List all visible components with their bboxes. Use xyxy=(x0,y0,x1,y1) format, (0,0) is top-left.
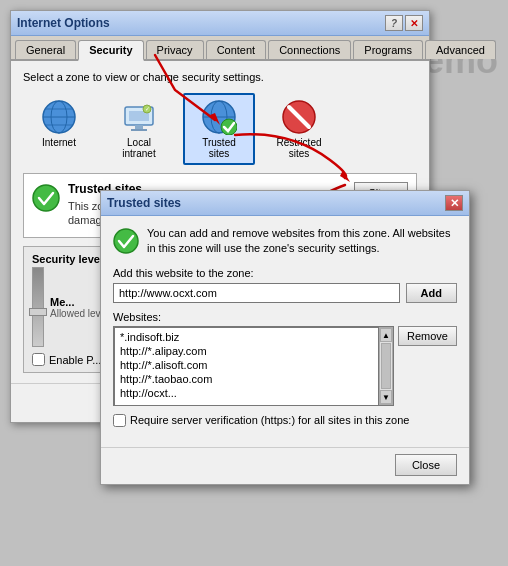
trusted-sites-dialog: Trusted sites ✕ You can add and remove w… xyxy=(100,190,470,485)
trusted-sites-icon xyxy=(201,99,237,135)
restricted-sites-zone-label: Restricted sites xyxy=(271,137,327,159)
https-checkbox-label: Require server verification (https:) for… xyxy=(130,414,409,426)
local-intranet-icon: ✓ xyxy=(121,99,157,135)
zones-container: Internet ✓ Local intranet xyxy=(23,93,417,165)
zone-local-intranet[interactable]: ✓ Local intranet xyxy=(103,93,175,165)
svg-rect-8 xyxy=(131,129,147,131)
websites-list-wrapper: *.indisoft.biz http://*.alipay.com http:… xyxy=(113,326,394,406)
svg-rect-7 xyxy=(135,125,143,129)
list-buttons: Remove xyxy=(398,326,457,406)
enable-protected-checkbox[interactable] xyxy=(32,353,45,366)
trusted-sites-zone-label: Trusted sites xyxy=(191,137,247,159)
help-button[interactable]: ? xyxy=(385,15,403,31)
add-button[interactable]: Add xyxy=(406,283,457,303)
websites-list-container: *.indisoft.biz http://*.alipay.com http:… xyxy=(113,326,457,406)
websites-scrollbar[interactable]: ▲ ▼ xyxy=(379,327,393,405)
add-website-row: Add xyxy=(113,283,457,303)
websites-label: Websites: xyxy=(113,311,457,323)
svg-point-17 xyxy=(33,185,59,211)
zone-restricted-sites[interactable]: Restricted sites xyxy=(263,93,335,165)
list-item[interactable]: http://*.alisoft.com xyxy=(117,358,376,372)
local-intranet-zone-label: Local intranet xyxy=(111,137,167,159)
tab-connections[interactable]: Connections xyxy=(268,40,351,59)
dialog-close-btn[interactable]: Close xyxy=(395,454,457,476)
security-slider-handle[interactable] xyxy=(29,308,47,316)
window-close-button[interactable]: ✕ xyxy=(405,15,423,31)
tab-programs[interactable]: Programs xyxy=(353,40,423,59)
tab-privacy[interactable]: Privacy xyxy=(146,40,204,59)
zone-instructions: Select a zone to view or change security… xyxy=(23,71,417,83)
tab-advanced[interactable]: Advanced xyxy=(425,40,496,59)
dialog-info-row: You can add and remove websites from thi… xyxy=(113,226,457,257)
titlebar-buttons: ? ✕ xyxy=(385,15,423,31)
internet-options-titlebar: Internet Options ? ✕ xyxy=(11,11,429,36)
security-slider-track xyxy=(32,267,44,347)
dialog-bottom: Close xyxy=(101,447,469,484)
dialog-check-icon xyxy=(113,228,139,257)
https-checkbox[interactable] xyxy=(113,414,126,427)
scrollbar-up[interactable]: ▲ xyxy=(380,328,392,342)
scrollbar-thumb[interactable] xyxy=(381,343,391,389)
svg-text:✓: ✓ xyxy=(145,106,150,112)
dialog-close-button[interactable]: ✕ xyxy=(445,195,463,211)
dialog-title: Trusted sites xyxy=(107,196,181,210)
internet-options-title: Internet Options xyxy=(17,16,110,30)
list-item[interactable]: http://ocxt... xyxy=(117,386,376,400)
tab-general[interactable]: General xyxy=(15,40,76,59)
dialog-info-text: You can add and remove websites from thi… xyxy=(147,226,457,257)
list-item[interactable]: *.indisoft.biz xyxy=(117,330,376,344)
dialog-titlebar: Trusted sites ✕ xyxy=(101,191,469,216)
remove-button[interactable]: Remove xyxy=(398,326,457,346)
list-item[interactable]: http://*.taobao.com xyxy=(117,372,376,386)
tab-content[interactable]: Content xyxy=(206,40,267,59)
list-item[interactable]: http://*.alipay.com xyxy=(117,344,376,358)
add-website-label: Add this website to the zone: xyxy=(113,267,457,279)
dialog-content: You can add and remove websites from thi… xyxy=(101,216,469,447)
svg-point-18 xyxy=(114,229,138,253)
internet-icon xyxy=(41,99,77,135)
websites-list[interactable]: *.indisoft.biz http://*.alipay.com http:… xyxy=(114,327,379,406)
zone-check-icon xyxy=(32,184,60,212)
tab-bar: General Security Privacy Content Connect… xyxy=(11,36,429,61)
scrollbar-down[interactable]: ▼ xyxy=(380,390,392,404)
zone-trusted-sites[interactable]: Trusted sites xyxy=(183,93,255,165)
restricted-sites-icon xyxy=(281,99,317,135)
url-input[interactable] xyxy=(113,283,400,303)
zone-internet[interactable]: Internet xyxy=(23,93,95,165)
tab-security[interactable]: Security xyxy=(78,40,143,61)
internet-zone-label: Internet xyxy=(42,137,76,148)
https-checkbox-row: Require server verification (https:) for… xyxy=(113,414,457,427)
